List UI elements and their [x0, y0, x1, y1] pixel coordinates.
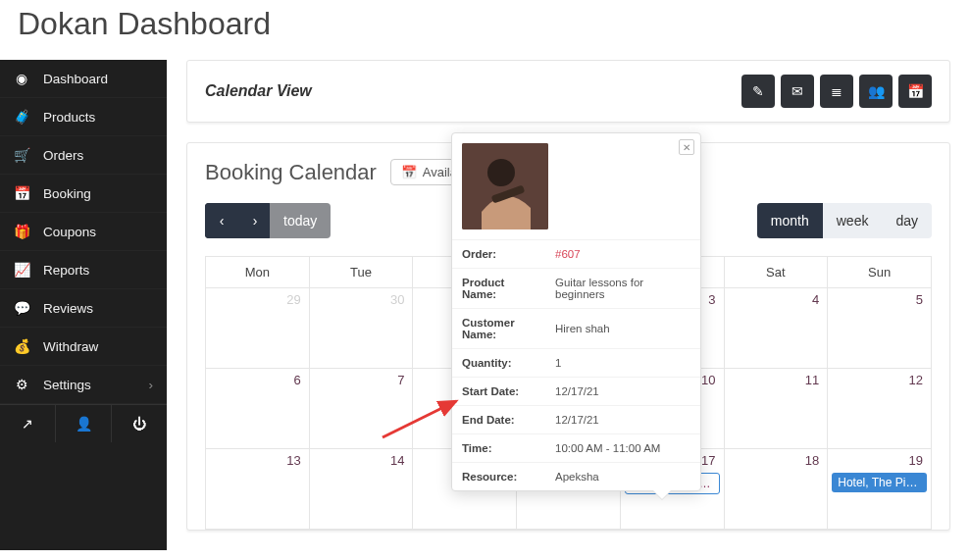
card-title: Calendar View	[205, 82, 312, 100]
popover-value: Apeksha	[545, 463, 700, 491]
day-number: 4	[812, 292, 819, 307]
sidebar-item-label: Reports	[43, 263, 89, 278]
popover-value: 12/17/21	[545, 406, 700, 434]
day-number: 5	[916, 292, 923, 307]
list-button[interactable]: ≣	[820, 75, 853, 108]
popover-row: Resource:Apeksha	[452, 463, 700, 491]
dashboard-icon: ◉	[14, 71, 29, 86]
calendar-event[interactable]: Hotel, The Pierre	[832, 473, 927, 492]
calendar-cell[interactable]: 19Hotel, The Pierre	[828, 449, 932, 530]
popover-value[interactable]: #607	[545, 240, 700, 269]
sidebar-item-withdraw[interactable]: 💰 Withdraw	[0, 328, 167, 366]
popover-row: Customer Name:Hiren shah	[452, 309, 700, 349]
day-number: 17	[701, 453, 715, 468]
popover-close-button[interactable]: ✕	[679, 139, 694, 155]
weekday-header: Sun	[828, 257, 932, 288]
sidebar-item-products[interactable]: 🧳 Products	[0, 98, 167, 136]
page-title: Dokan Dashboard	[18, 6, 970, 42]
popover-value: 10:00 AM - 11:00 AM	[545, 434, 700, 463]
chevron-right-icon: ›	[253, 213, 258, 229]
sidebar-item-settings[interactable]: ⚙ Settings ›	[0, 366, 167, 404]
calendar-cell[interactable]: 29	[206, 288, 310, 369]
popover-label: End Date:	[452, 406, 545, 434]
briefcase-icon: 🧳	[14, 109, 29, 125]
calendar-cell[interactable]: 12	[828, 369, 932, 449]
sidebar-item-reports[interactable]: 📈 Reports	[0, 251, 167, 289]
day-number: 19	[909, 453, 923, 468]
next-button[interactable]: ›	[238, 203, 272, 238]
sidebar-item-booking[interactable]: 📅 Booking	[0, 175, 167, 213]
calendar-cell[interactable]: 18	[724, 449, 828, 530]
popover-label: Start Date:	[452, 378, 545, 406]
popover-label: Resource:	[452, 463, 545, 491]
compose-button[interactable]: ✎	[741, 75, 775, 108]
sidebar: ◉ Dashboard 🧳 Products 🛒 Orders 📅 Bookin…	[0, 60, 167, 550]
prev-button[interactable]: ‹	[205, 203, 238, 238]
popover-row: Product Name:Guitar lessons for beginner…	[452, 269, 700, 309]
svg-point-1	[487, 159, 515, 186]
sidebar-item-coupons[interactable]: 🎁 Coupons	[0, 213, 167, 251]
users-button[interactable]: 👥	[859, 75, 893, 108]
day-number: 12	[909, 373, 923, 387]
calendar-cell[interactable]: 14	[309, 449, 413, 530]
calendar-cell[interactable]: 4	[724, 288, 828, 369]
day-number: 11	[805, 373, 819, 387]
calendar-cell[interactable]: 7	[309, 369, 413, 449]
popover-value: 12/17/21	[545, 378, 700, 406]
weekday-header: Sat	[724, 257, 828, 288]
today-button[interactable]: today	[270, 203, 331, 238]
popover-label: Time:	[452, 434, 545, 463]
day-number: 6	[293, 373, 300, 387]
view-day-button[interactable]: day	[882, 203, 932, 238]
popover-row: Order:#607	[452, 240, 700, 269]
section-title: Booking Calendar	[205, 160, 377, 185]
sidebar-item-label: Products	[43, 110, 95, 125]
day-number: 3	[708, 292, 715, 307]
header-card: Calendar View ✎ ✉ ≣ 👥 📅	[186, 60, 950, 123]
day-number: 14	[390, 453, 404, 468]
sidebar-item-label: Coupons	[43, 225, 96, 239]
calendar-icon: 📅	[401, 165, 417, 179]
day-number: 18	[805, 453, 819, 468]
day-number: 7	[397, 373, 404, 387]
list-icon: ≣	[831, 83, 842, 99]
mail-button[interactable]: ✉	[781, 75, 814, 108]
popover-value: 1	[545, 349, 700, 378]
view-week-button[interactable]: week	[823, 203, 883, 238]
product-thumbnail	[462, 143, 548, 229]
calendar-cell[interactable]: 13	[206, 449, 310, 530]
calendar-cell[interactable]: 30	[309, 288, 413, 369]
order-link[interactable]: #607	[555, 248, 581, 260]
wallet-icon: 💰	[14, 338, 29, 354]
external-link-button[interactable]: ↗	[0, 405, 56, 442]
chart-icon: 📈	[14, 262, 29, 278]
popover-row: Time:10:00 AM - 11:00 AM	[452, 434, 700, 463]
view-month-button[interactable]: month	[757, 203, 823, 238]
day-number: 10	[701, 373, 715, 387]
sidebar-item-label: Withdraw	[43, 339, 98, 354]
sidebar-item-orders[interactable]: 🛒 Orders	[0, 136, 167, 175]
sidebar-item-dashboard[interactable]: ◉ Dashboard	[0, 60, 167, 98]
calendar-cell[interactable]: 5	[828, 288, 932, 369]
gear-icon: ⚙	[14, 377, 29, 392]
calendar-cell[interactable]: 11	[724, 369, 828, 449]
power-icon: ⏻	[132, 416, 146, 432]
day-number: 13	[286, 453, 300, 468]
calendar-cell[interactable]: 6	[206, 369, 310, 449]
sidebar-tools: ↗ 👤 ⏻	[0, 404, 167, 442]
sidebar-item-label: Reviews	[43, 301, 93, 316]
sidebar-item-label: Orders	[43, 148, 83, 163]
chevron-left-icon: ‹	[220, 213, 225, 229]
popover-label: Quantity:	[452, 349, 545, 378]
sidebar-item-reviews[interactable]: 💬 Reviews	[0, 289, 167, 328]
add-calendar-button[interactable]: 📅	[898, 75, 932, 108]
popover-label: Order:	[452, 240, 545, 269]
power-button[interactable]: ⏻	[112, 405, 167, 442]
popover-row: Start Date:12/17/21	[452, 378, 700, 406]
popover-label: Customer Name:	[452, 309, 545, 349]
profile-button[interactable]: 👤	[56, 405, 112, 442]
popover-label: Product Name:	[452, 269, 545, 309]
day-number: 30	[390, 292, 404, 307]
compose-icon: ✎	[752, 83, 764, 99]
sidebar-item-label: Settings	[43, 378, 91, 392]
